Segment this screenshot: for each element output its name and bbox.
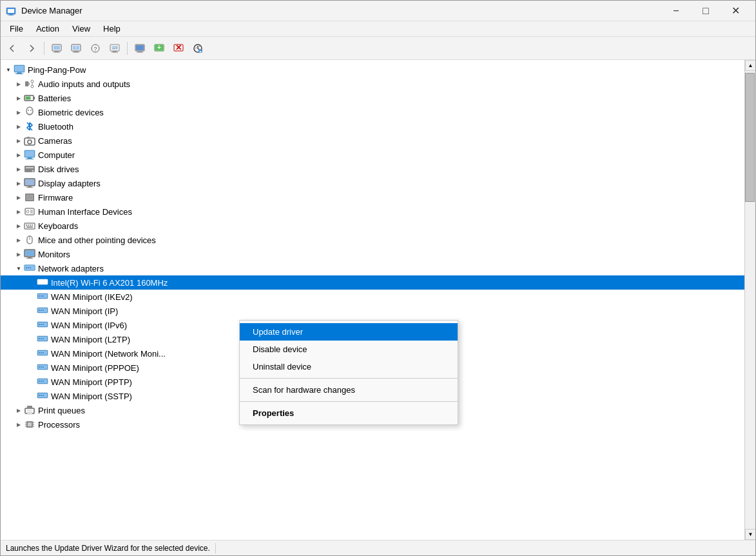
toolbar-btn-4[interactable]: ? <box>67 39 85 57</box>
svg-point-84 <box>26 267 27 268</box>
svg-text:?: ? <box>93 46 97 52</box>
svg-point-55 <box>32 170 34 172</box>
tree-item[interactable]: ▶ Keyboards <box>1 219 744 233</box>
network-icon <box>24 263 35 274</box>
toolbar-separator-1 <box>44 42 44 55</box>
expand-arrow[interactable]: ▶ <box>14 192 24 203</box>
expand-arrow[interactable]: ▶ <box>14 135 24 146</box>
tree-item[interactable]: ▶ Disk drives <box>1 162 744 176</box>
tree-root[interactable]: ▼ Ping-Pang-Pow <box>1 63 744 77</box>
expand-arrow[interactable]: ▼ <box>14 263 24 273</box>
svg-point-96 <box>43 295 44 297</box>
status-text: Launches the Update Driver Wizard for th… <box>6 544 210 553</box>
help-button[interactable]: ? <box>86 39 104 57</box>
svg-rect-71 <box>26 224 27 226</box>
tree-item-label: WAN Miniport (SSTP) <box>51 392 132 401</box>
ctx-properties[interactable]: Properties <box>240 404 458 422</box>
device-tree[interactable]: ▼ Ping-Pang-Pow ▶ Audio inputs and outpu… <box>1 60 744 540</box>
tree-item[interactable]: WAN Miniport (IP) <box>1 304 744 318</box>
expand-arrow[interactable]: ▶ <box>14 164 24 174</box>
ctx-update-driver[interactable]: Update driver <box>240 323 458 341</box>
svg-text:✕: ✕ <box>175 43 182 52</box>
tree-item[interactable]: ▶ Human Interface Devices <box>1 204 744 219</box>
app-icon <box>6 6 16 16</box>
menu-help[interactable]: Help <box>97 23 127 35</box>
add-device-button[interactable]: + <box>150 39 168 57</box>
svg-rect-23 <box>137 52 143 52</box>
scroll-down-button[interactable]: ▼ <box>745 529 755 540</box>
menu-file[interactable]: File <box>3 23 30 35</box>
tree-item[interactable]: ▶ Audio inputs and outputs <box>1 77 744 91</box>
maximize-button[interactable]: □ <box>691 1 721 21</box>
svg-rect-52 <box>26 159 34 159</box>
svg-rect-48 <box>27 137 30 139</box>
tree-item[interactable]: ▶ Bluetooth <box>1 119 744 134</box>
menu-action[interactable]: Action <box>30 23 66 35</box>
tree-item[interactable]: ▶ Batteries <box>1 91 744 105</box>
tree-item[interactable]: ▶ Biometric devices <box>1 105 744 119</box>
tree-item[interactable]: ▼ Network adapters <box>1 261 744 275</box>
back-button[interactable] <box>3 39 21 57</box>
root-expand-arrow[interactable]: ▼ <box>3 65 14 75</box>
scrollbar-track[interactable]: ▲ ▼ <box>744 60 755 540</box>
tree-item-label: Computer <box>38 150 75 160</box>
tree-item[interactable]: ▶ Computer <box>1 148 744 162</box>
svg-point-129 <box>39 395 40 396</box>
toolbar-btn-3[interactable] <box>48 39 66 57</box>
svg-rect-36 <box>25 81 28 86</box>
tree-item-label: Cameras <box>38 136 72 146</box>
expand-arrow[interactable]: ▶ <box>14 107 24 117</box>
svg-rect-21 <box>136 45 144 50</box>
expand-arrow[interactable]: ▶ <box>14 178 24 188</box>
tree-item[interactable]: Intel(R) Wi-Fi 6 AX201 160MHz <box>1 275 744 290</box>
close-button[interactable]: ✕ <box>721 1 750 21</box>
tree-item-label: WAN Miniport (IP) <box>51 306 118 316</box>
forward-button[interactable] <box>23 39 41 57</box>
expand-arrow[interactable]: ▶ <box>14 419 24 430</box>
ctx-separator-1 <box>240 378 458 379</box>
ctx-scan-hardware[interactable]: Scan for hardware changes <box>240 381 458 399</box>
svg-rect-72 <box>28 224 29 226</box>
expand-arrow[interactable]: ▶ <box>14 93 24 103</box>
remove-device-button[interactable]: ✕ <box>170 39 188 57</box>
expand-arrow[interactable]: ▶ <box>14 150 24 160</box>
svg-point-119 <box>39 366 40 368</box>
menu-view[interactable]: View <box>66 23 97 35</box>
svg-point-90 <box>41 281 42 283</box>
expand-arrow[interactable]: ▶ <box>14 249 24 259</box>
svg-point-89 <box>39 281 40 283</box>
tree-item[interactable]: ▶ Mice and other pointing devices <box>1 233 744 247</box>
computer-icon <box>14 64 25 75</box>
toolbar-separator-2 <box>127 42 128 55</box>
expand-arrow[interactable]: ▶ <box>14 121 24 132</box>
tree-item[interactable]: ▶ Monitors <box>1 247 744 261</box>
svg-point-101 <box>43 310 44 311</box>
ctx-uninstall-device[interactable]: Uninstall device <box>240 358 458 375</box>
tree-item[interactable]: ▶ Display adapters <box>1 176 744 190</box>
title-bar: Device Manager − □ ✕ <box>1 1 755 21</box>
expand-arrow[interactable]: ▶ <box>14 79 24 89</box>
tree-item[interactable]: ▶ Cameras <box>1 134 744 148</box>
tree-item[interactable]: ▶ Firmware <box>1 190 744 204</box>
minimize-button[interactable]: − <box>661 1 691 21</box>
status-bar: Launches the Update Driver Wizard for th… <box>1 540 755 555</box>
svg-rect-1 <box>8 9 14 13</box>
scrollbar-thumb[interactable] <box>745 73 755 202</box>
tree-item[interactable]: WAN Miniport (IKEv2) <box>1 290 744 304</box>
toolbar-btn-6[interactable]: 123 <box>106 39 124 57</box>
svg-point-47 <box>28 140 32 144</box>
scan-button[interactable]: ▼ <box>189 39 207 57</box>
menu-bar: File Action View Help <box>1 21 755 37</box>
svg-point-94 <box>39 295 40 297</box>
expand-arrow[interactable]: ▶ <box>14 405 24 415</box>
scroll-up-button[interactable]: ▲ <box>745 60 755 71</box>
expand-arrow[interactable]: ▶ <box>14 221 24 231</box>
expand-arrow[interactable]: ▶ <box>14 206 24 217</box>
svg-point-114 <box>39 352 40 353</box>
svg-rect-134 <box>27 412 32 415</box>
network-adapter-icon <box>37 291 48 303</box>
monitor-button[interactable] <box>131 39 149 57</box>
tree-item-label: Print queues <box>38 406 85 415</box>
expand-arrow[interactable]: ▶ <box>14 235 24 245</box>
ctx-disable-device[interactable]: Disable device <box>240 341 458 358</box>
